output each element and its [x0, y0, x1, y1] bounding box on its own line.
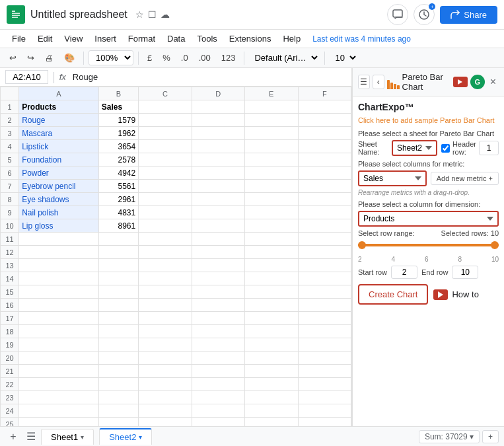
menu-tools[interactable]: Tools	[192, 31, 222, 46]
cell-b16[interactable]	[98, 299, 138, 312]
col-header-a[interactable]: A	[19, 87, 99, 100]
cell-e20[interactable]	[245, 352, 298, 365]
menu-file[interactable]: File	[7, 31, 31, 46]
cell-a7[interactable]: Eyebrow pencil	[19, 180, 99, 193]
cell-e5[interactable]	[245, 153, 298, 167]
cell-f21[interactable]	[298, 365, 351, 378]
cell-a6[interactable]: Powder	[19, 167, 99, 180]
start-row-input[interactable]	[391, 266, 417, 279]
menu-view[interactable]: View	[59, 31, 88, 46]
cell-d11[interactable]	[192, 233, 244, 246]
cell-a2[interactable]: Rouge	[19, 114, 99, 127]
cell-a20[interactable]	[19, 352, 99, 365]
cell-a21[interactable]	[19, 365, 99, 378]
col-header-f[interactable]: F	[298, 87, 351, 100]
cell-e10[interactable]	[245, 219, 298, 233]
last-edit-info[interactable]: Last edit was 4 minutes ago	[312, 34, 411, 44]
cell-e1[interactable]	[245, 100, 298, 114]
cell-e17[interactable]	[245, 312, 298, 325]
cell-f7[interactable]	[298, 180, 351, 193]
how-to-button[interactable]: How to	[433, 289, 478, 300]
cell-d16[interactable]	[192, 299, 244, 312]
undo-button[interactable]: ↩	[5, 51, 20, 65]
cell-d18[interactable]	[192, 325, 244, 338]
sheet-tab-sheet2[interactable]: Sheet2 ▾	[99, 428, 152, 445]
panel-close-button[interactable]: ×	[487, 75, 499, 89]
cell-e4[interactable]	[245, 140, 298, 153]
cell-a24[interactable]	[19, 404, 99, 418]
cell-d21[interactable]	[192, 365, 244, 378]
cell-a16[interactable]	[19, 299, 99, 312]
cell-f9[interactable]	[298, 206, 351, 219]
cell-e21[interactable]	[245, 365, 298, 378]
range-thumb-right[interactable]	[491, 241, 499, 249]
cell-b7[interactable]: 5561	[98, 180, 138, 193]
cell-a15[interactable]	[19, 285, 99, 299]
cell-a9[interactable]: Nail polish	[19, 206, 99, 219]
menu-edit[interactable]: Edit	[32, 31, 57, 46]
sample-link[interactable]: Click here to add sample Pareto Bar Char…	[358, 116, 499, 124]
cell-c11[interactable]	[139, 233, 192, 246]
cell-c13[interactable]	[139, 259, 192, 272]
cell-b23[interactable]	[98, 391, 138, 404]
cell-d1[interactable]	[192, 100, 244, 114]
cell-d19[interactable]	[192, 338, 244, 352]
cell-d10[interactable]	[192, 219, 244, 233]
add-sheet-button[interactable]: +	[5, 429, 21, 445]
cell-b22[interactable]	[98, 378, 138, 391]
header-checkbox[interactable]	[441, 144, 450, 153]
range-slider[interactable]	[358, 240, 499, 250]
cell-c2[interactable]	[139, 114, 192, 127]
cell-c12[interactable]	[139, 246, 192, 259]
cell-d4[interactable]	[192, 140, 244, 153]
cell-b19[interactable]	[98, 338, 138, 352]
metric-select[interactable]: Sales	[358, 170, 427, 186]
menu-data[interactable]: Data	[162, 31, 190, 46]
cell-f4[interactable]	[298, 140, 351, 153]
cell-f20[interactable]	[298, 352, 351, 365]
cell-e13[interactable]	[245, 259, 298, 272]
cell-a1[interactable]: Products	[19, 100, 99, 114]
cell-f12[interactable]	[298, 246, 351, 259]
cell-c8[interactable]	[139, 193, 192, 206]
cell-b11[interactable]	[98, 233, 138, 246]
cell-c24[interactable]	[139, 404, 192, 418]
cell-e22[interactable]	[245, 378, 298, 391]
cell-e24[interactable]	[245, 404, 298, 418]
cell-c7[interactable]	[139, 180, 192, 193]
cell-a11[interactable]	[19, 233, 99, 246]
cell-b1[interactable]: Sales	[98, 100, 138, 114]
col-header-d[interactable]: D	[192, 87, 244, 100]
comments-button[interactable]	[387, 4, 408, 25]
cell-b24[interactable]	[98, 404, 138, 418]
sheet-tab-sheet1[interactable]: Sheet1 ▾	[41, 429, 94, 445]
cell-c23[interactable]	[139, 391, 192, 404]
cell-a17[interactable]	[19, 312, 99, 325]
cell-reference[interactable]	[5, 70, 48, 84]
grid-container[interactable]: A B C D E F 1ProductsSales2Rouge15793Mas…	[0, 87, 351, 446]
cell-f19[interactable]	[298, 338, 351, 352]
cell-c4[interactable]	[139, 140, 192, 153]
cell-e11[interactable]	[245, 233, 298, 246]
font-select[interactable]: Default (Ari…	[249, 51, 320, 65]
cell-e9[interactable]	[245, 206, 298, 219]
cell-d14[interactable]	[192, 272, 244, 285]
cell-d23[interactable]	[192, 391, 244, 404]
cell-d2[interactable]	[192, 114, 244, 127]
cell-a19[interactable]	[19, 338, 99, 352]
decimal-increase-button[interactable]: .00	[195, 51, 215, 65]
menu-extensions[interactable]: Extensions	[224, 31, 277, 46]
sum-button[interactable]: Sum: 37029 ▾	[419, 430, 480, 443]
cell-d9[interactable]	[192, 206, 244, 219]
cell-f22[interactable]	[298, 378, 351, 391]
end-row-input[interactable]	[452, 266, 478, 279]
cell-d17[interactable]	[192, 312, 244, 325]
cell-d15[interactable]	[192, 285, 244, 299]
cell-e23[interactable]	[245, 391, 298, 404]
cell-d5[interactable]	[192, 153, 244, 167]
create-chart-button[interactable]: Create Chart	[358, 284, 428, 305]
cell-f6[interactable]	[298, 167, 351, 180]
cell-d8[interactable]	[192, 193, 244, 206]
cell-f17[interactable]	[298, 312, 351, 325]
cell-b13[interactable]	[98, 259, 138, 272]
